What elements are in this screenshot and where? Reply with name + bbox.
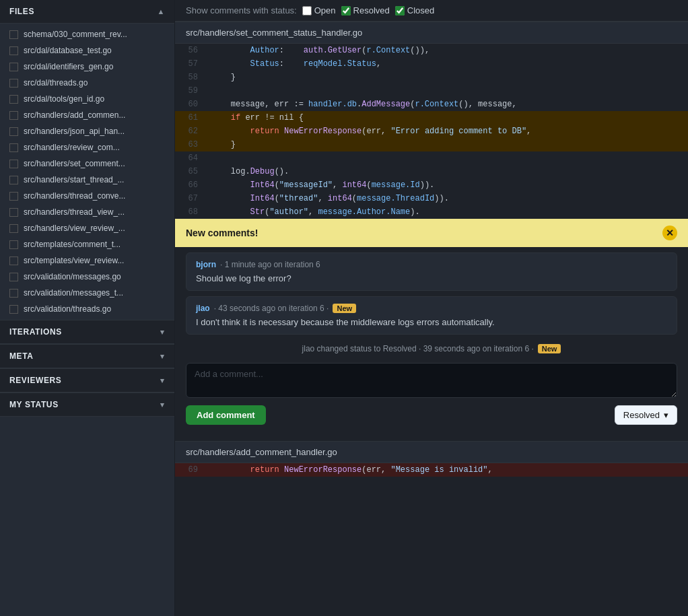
sidebar-mystatus-chevron: ▾	[160, 401, 165, 409]
file-name-2: src/dal/identifiers_gen.go	[24, 62, 113, 71]
comment-time-0: · 1 minute ago on iteration 6	[220, 260, 320, 269]
open-filter[interactable]: Open	[302, 5, 336, 15]
file-item-0[interactable]: schema/030_comment_rev...	[0, 26, 174, 42]
file-name-1: src/dal/database_test.go	[24, 46, 112, 55]
code-line-f2-69: 69 return NewErrorResponse(err, "Message…	[175, 463, 688, 477]
file-checkbox-8[interactable]	[9, 160, 18, 168]
line-num-62: 62	[175, 125, 206, 138]
file-checkbox-9[interactable]	[9, 176, 18, 184]
comment-card-0: bjorn · 1 minute ago on iteration 6 Shou…	[186, 252, 677, 291]
closed-checkbox[interactable]	[395, 6, 405, 15]
line-content-61: if err != nil {	[206, 111, 688, 125]
file-checkbox-0[interactable]	[9, 30, 18, 39]
code-line-60: 60 message, err := handler.db.AddMessage…	[175, 98, 688, 111]
line-num-68: 68	[175, 205, 206, 219]
line-num-56: 56	[175, 44, 206, 57]
line-content-58: }	[206, 71, 688, 84]
file-name-10: src/handlers/thread_conve...	[24, 191, 125, 201]
code-line-68: 68 Str("author", message.Author.Name).	[175, 205, 688, 219]
closed-filter[interactable]: Closed	[395, 5, 434, 15]
file-item-17[interactable]: src/validation/threads.go	[0, 301, 174, 317]
sidebar-iterations-title: ITERATIONS	[9, 327, 62, 337]
file-name-8: src/handlers/set_comment...	[24, 159, 125, 168]
file-checkbox-12[interactable]	[9, 224, 18, 233]
file-name-5: src/handlers/add_commen...	[24, 110, 125, 120]
file-checkbox-17[interactable]	[9, 305, 18, 314]
resolved-filter[interactable]: Resolved	[341, 5, 390, 15]
line-num-67: 67	[175, 192, 206, 205]
file-checkbox-13[interactable]	[9, 240, 18, 249]
main-panel: Show comments with status: Open Resolved…	[175, 0, 688, 616]
sidebar-mystatus-header[interactable]: MY STATUS ▾	[0, 393, 174, 417]
file-checkbox-10[interactable]	[9, 192, 18, 201]
file-item-2[interactable]: src/dal/identifiers_gen.go	[0, 59, 174, 75]
sidebar-iterations-header[interactable]: ITERATIONS ▾	[0, 320, 174, 344]
file-name-0: schema/030_comment_rev...	[24, 30, 127, 39]
file-item-10[interactable]: src/handlers/thread_conve...	[0, 188, 174, 204]
status-dropdown[interactable]: Resolved ▾	[615, 405, 677, 425]
file-checkbox-15[interactable]	[9, 273, 18, 281]
sidebar-files-title: FILES	[9, 7, 34, 16]
line-num-59: 59	[175, 84, 206, 98]
file-name-12: src/handlers/view_review_...	[24, 224, 125, 233]
file-checkbox-3[interactable]	[9, 79, 18, 88]
file-item-3[interactable]: src/dal/threads.go	[0, 75, 174, 91]
file-item-16[interactable]: src/validation/messages_t...	[0, 285, 174, 301]
sidebar-files-header[interactable]: FILES ▲	[0, 0, 174, 24]
file-name-17: src/validation/threads.go	[24, 304, 111, 314]
line-num-63: 63	[175, 138, 206, 151]
open-checkbox[interactable]	[302, 6, 312, 15]
file-item-14[interactable]: src/templates/view_review...	[0, 252, 174, 269]
file-checkbox-4[interactable]	[9, 95, 18, 104]
comment-textarea[interactable]	[186, 363, 677, 398]
comment-card-1: jlao · 43 seconds ago on iteration 6 · N…	[186, 296, 677, 335]
sidebar-meta-header[interactable]: META ▾	[0, 345, 174, 368]
sidebar-reviewers-chevron: ▾	[160, 376, 165, 385]
line-content-68: Str("author", message.Author.Name).	[206, 205, 688, 219]
sidebar-meta-chevron: ▾	[160, 352, 165, 361]
add-comment-button[interactable]: Add comment	[186, 405, 266, 425]
file-name-9: src/handlers/start_thread_...	[24, 175, 124, 184]
status-change-badge: New	[538, 344, 561, 353]
file-checkbox-5[interactable]	[9, 111, 18, 120]
file-item-12[interactable]: src/handlers/view_review_...	[0, 220, 174, 236]
status-change-text: jlao changed status to Resolved · 39 sec…	[302, 344, 534, 353]
code-line-65: 65 log.Debug().	[175, 165, 688, 178]
line-content-60: message, err := handler.db.AddMessage(r.…	[206, 98, 688, 111]
notification-close-button[interactable]: ✕	[662, 226, 677, 240]
sidebar-reviewers-header[interactable]: REVIEWERS ▾	[0, 369, 174, 392]
file-checkbox-1[interactable]	[9, 46, 18, 55]
dropdown-arrow-icon: ▾	[664, 410, 668, 420]
file-name-15: src/validation/messages.go	[24, 272, 121, 281]
file-item-11[interactable]: src/handlers/thread_view_...	[0, 204, 174, 220]
file-item-15[interactable]: src/validation/messages.go	[0, 269, 174, 285]
file-item-8[interactable]: src/handlers/set_comment...	[0, 156, 174, 172]
file-checkbox-16[interactable]	[9, 289, 18, 298]
file-name-6: src/handlers/json_api_han...	[24, 127, 125, 136]
code-line-63: 63 }	[175, 138, 688, 151]
line-content-66: Int64("messageId", int64(message.Id)).	[206, 178, 688, 192]
sidebar-meta-title: META	[9, 351, 34, 361]
file-checkbox-2[interactable]	[9, 63, 18, 71]
line-content-57: Status: reqModel.Status,	[206, 57, 688, 71]
file-item-13[interactable]: src/templates/comment_t...	[0, 236, 174, 252]
line-content-56: Author: auth.GetUser(r.Context()),	[206, 44, 688, 57]
line-content-63: }	[206, 138, 688, 151]
file-item-9[interactable]: src/handlers/start_thread_...	[0, 172, 174, 188]
file-item-7[interactable]: src/handlers/review_com...	[0, 139, 174, 156]
line-num-66: 66	[175, 178, 206, 192]
line-num-61: 61	[175, 111, 206, 125]
file-checkbox-7[interactable]	[9, 143, 18, 152]
line-num-57: 57	[175, 57, 206, 71]
file-item-6[interactable]: src/handlers/json_api_han...	[0, 123, 174, 139]
file-checkbox-14[interactable]	[9, 256, 18, 265]
file-name-13: src/templates/comment_t...	[24, 240, 121, 249]
comment-author-1: jlao	[196, 304, 210, 313]
file-item-1[interactable]: src/dal/database_test.go	[0, 42, 174, 59]
file-item-5[interactable]: src/handlers/add_commen...	[0, 107, 174, 123]
file-name-7: src/handlers/review_com...	[24, 143, 120, 152]
file-checkbox-11[interactable]	[9, 208, 18, 217]
file-item-4[interactable]: src/dal/tools/gen_id.go	[0, 91, 174, 107]
resolved-checkbox[interactable]	[341, 6, 351, 15]
file-checkbox-6[interactable]	[9, 127, 18, 136]
